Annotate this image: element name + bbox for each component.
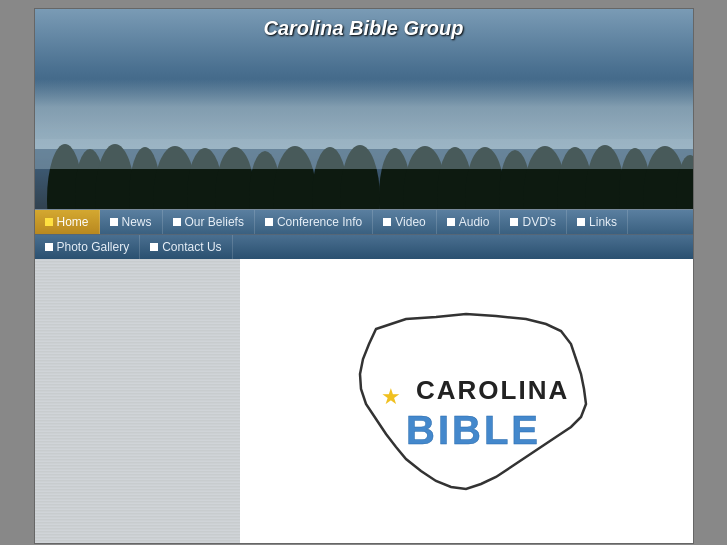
nav-beliefs-icon (173, 218, 181, 226)
svg-text:★: ★ (381, 384, 401, 409)
nav-video-icon (383, 218, 391, 226)
nav-dvds[interactable]: DVD's (500, 210, 567, 234)
nav-news[interactable]: News (100, 210, 163, 234)
content-area: ★ CAROLINA BIBLE BIBLE (35, 259, 693, 543)
header: Carolina Bible Group (35, 9, 693, 209)
nav-video[interactable]: Video (373, 210, 436, 234)
nav-bar: Home News Our Beliefs Conference Info Vi… (35, 209, 693, 259)
nav-conference-icon (265, 218, 273, 226)
nav-dvds-icon (510, 218, 518, 226)
nav-our-beliefs[interactable]: Our Beliefs (163, 210, 255, 234)
nav-conference-info[interactable]: Conference Info (255, 210, 373, 234)
main-content: ★ CAROLINA BIBLE BIBLE (240, 259, 693, 543)
nav-audio[interactable]: Audio (437, 210, 501, 234)
svg-text:CAROLINA: CAROLINA (416, 375, 569, 405)
sidebar (35, 259, 240, 543)
nav-links-icon (577, 218, 585, 226)
nav-gallery-icon (45, 243, 53, 251)
nav-links[interactable]: Links (567, 210, 628, 234)
nav-home-icon (45, 218, 53, 226)
svg-rect-23 (35, 139, 693, 169)
trees-layer (35, 109, 693, 209)
logo-area: ★ CAROLINA BIBLE BIBLE (316, 289, 616, 523)
nav-audio-icon (447, 218, 455, 226)
site-title: Carolina Bible Group (35, 9, 693, 48)
nav-row1: Home News Our Beliefs Conference Info Vi… (35, 210, 693, 234)
nav-photo-gallery[interactable]: Photo Gallery (35, 235, 141, 259)
nav-row2: Photo Gallery Contact Us (35, 234, 693, 259)
nav-news-icon (110, 218, 118, 226)
nav-contact-icon (150, 243, 158, 251)
site-wrapper: Carolina Bible Group (34, 8, 694, 544)
carolina-bible-logo: ★ CAROLINA BIBLE BIBLE (316, 289, 616, 519)
nav-contact-us[interactable]: Contact Us (140, 235, 232, 259)
svg-text:BIBLE: BIBLE (406, 408, 541, 452)
nav-home[interactable]: Home (35, 210, 100, 234)
